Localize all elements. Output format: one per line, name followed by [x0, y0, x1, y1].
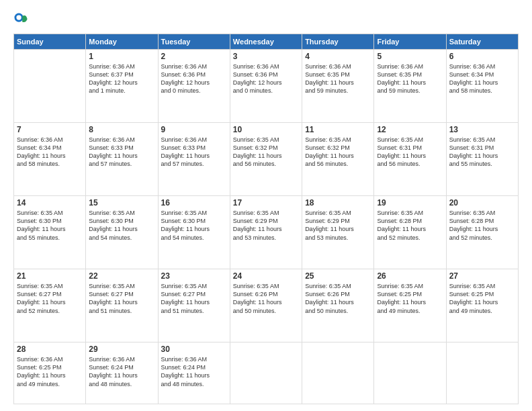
day-info: Sunrise: 6:35 AM Sunset: 6:27 PM Dayligh…	[17, 282, 83, 315]
day-cell	[302, 342, 374, 404]
day-cell: 18Sunrise: 6:35 AM Sunset: 6:29 PM Dayli…	[302, 196, 374, 269]
header-wednesday: Wednesday	[230, 34, 302, 50]
day-cell: 12Sunrise: 6:35 AM Sunset: 6:31 PM Dayli…	[374, 123, 446, 196]
day-info: Sunrise: 6:35 AM Sunset: 6:32 PM Dayligh…	[305, 136, 371, 169]
header-thursday: Thursday	[302, 34, 374, 50]
day-info: Sunrise: 6:36 AM Sunset: 6:35 PM Dayligh…	[377, 62, 443, 95]
day-cell: 15Sunrise: 6:35 AM Sunset: 6:30 PM Dayli…	[86, 196, 158, 269]
day-cell: 9Sunrise: 6:36 AM Sunset: 6:33 PM Daylig…	[158, 123, 230, 196]
day-number: 9	[161, 125, 227, 134]
day-info: Sunrise: 6:35 AM Sunset: 6:30 PM Dayligh…	[161, 209, 227, 242]
day-info: Sunrise: 6:36 AM Sunset: 6:33 PM Dayligh…	[89, 136, 154, 169]
header-row: SundayMondayTuesdayWednesdayThursdayFrid…	[14, 34, 519, 50]
day-cell: 29Sunrise: 6:36 AM Sunset: 6:24 PM Dayli…	[86, 342, 158, 404]
day-info: Sunrise: 6:35 AM Sunset: 6:29 PM Dayligh…	[233, 209, 299, 242]
day-info: Sunrise: 6:35 AM Sunset: 6:32 PM Dayligh…	[233, 136, 299, 169]
day-info: Sunrise: 6:36 AM Sunset: 6:24 PM Dayligh…	[89, 355, 154, 388]
day-number: 19	[377, 198, 443, 208]
day-info: Sunrise: 6:35 AM Sunset: 6:30 PM Dayligh…	[17, 209, 83, 242]
day-cell: 23Sunrise: 6:35 AM Sunset: 6:27 PM Dayli…	[158, 269, 230, 342]
day-cell	[374, 342, 446, 404]
day-info: Sunrise: 6:36 AM Sunset: 6:36 PM Dayligh…	[161, 62, 227, 95]
day-cell: 20Sunrise: 6:35 AM Sunset: 6:28 PM Dayli…	[446, 196, 518, 269]
logo-icon	[13, 12, 28, 27]
day-number: 29	[89, 345, 154, 354]
day-info: Sunrise: 6:35 AM Sunset: 6:31 PM Dayligh…	[449, 136, 515, 169]
day-cell: 7Sunrise: 6:36 AM Sunset: 6:34 PM Daylig…	[14, 123, 86, 196]
header-tuesday: Tuesday	[158, 34, 230, 50]
day-number: 27	[449, 271, 515, 281]
day-number: 14	[17, 198, 83, 208]
day-number: 17	[233, 198, 299, 208]
day-info: Sunrise: 6:35 AM Sunset: 6:30 PM Dayligh…	[89, 209, 154, 242]
day-cell: 4Sunrise: 6:36 AM Sunset: 6:35 PM Daylig…	[302, 50, 374, 123]
day-cell: 2Sunrise: 6:36 AM Sunset: 6:36 PM Daylig…	[158, 50, 230, 123]
day-info: Sunrise: 6:36 AM Sunset: 6:34 PM Dayligh…	[449, 62, 515, 95]
header-friday: Friday	[374, 34, 446, 50]
day-number: 8	[89, 125, 154, 134]
week-row-0: 1Sunrise: 6:36 AM Sunset: 6:37 PM Daylig…	[14, 50, 519, 123]
day-cell: 30Sunrise: 6:36 AM Sunset: 6:24 PM Dayli…	[158, 342, 230, 404]
day-number: 5	[377, 52, 443, 61]
day-info: Sunrise: 6:35 AM Sunset: 6:28 PM Dayligh…	[377, 209, 443, 242]
day-number: 22	[89, 271, 154, 281]
day-number: 16	[161, 198, 227, 208]
day-cell: 19Sunrise: 6:35 AM Sunset: 6:28 PM Dayli…	[374, 196, 446, 269]
day-cell: 10Sunrise: 6:35 AM Sunset: 6:32 PM Dayli…	[230, 123, 302, 196]
day-cell: 22Sunrise: 6:35 AM Sunset: 6:27 PM Dayli…	[86, 269, 158, 342]
day-number: 2	[161, 52, 227, 61]
day-cell: 6Sunrise: 6:36 AM Sunset: 6:34 PM Daylig…	[446, 50, 518, 123]
day-cell: 5Sunrise: 6:36 AM Sunset: 6:35 PM Daylig…	[374, 50, 446, 123]
day-info: Sunrise: 6:35 AM Sunset: 6:27 PM Dayligh…	[161, 282, 227, 315]
day-info: Sunrise: 6:35 AM Sunset: 6:27 PM Dayligh…	[89, 282, 154, 315]
day-cell: 28Sunrise: 6:36 AM Sunset: 6:25 PM Dayli…	[14, 342, 86, 404]
day-cell: 21Sunrise: 6:35 AM Sunset: 6:27 PM Dayli…	[14, 269, 86, 342]
day-number: 26	[377, 271, 443, 281]
day-number: 10	[233, 125, 299, 134]
day-cell	[230, 342, 302, 404]
day-info: Sunrise: 6:35 AM Sunset: 6:28 PM Dayligh…	[449, 209, 515, 242]
day-info: Sunrise: 6:36 AM Sunset: 6:25 PM Dayligh…	[17, 355, 83, 388]
day-info: Sunrise: 6:35 AM Sunset: 6:26 PM Dayligh…	[233, 282, 299, 315]
day-cell: 17Sunrise: 6:35 AM Sunset: 6:29 PM Dayli…	[230, 196, 302, 269]
day-cell: 13Sunrise: 6:35 AM Sunset: 6:31 PM Dayli…	[446, 123, 518, 196]
day-info: Sunrise: 6:36 AM Sunset: 6:35 PM Dayligh…	[305, 62, 371, 95]
day-number: 13	[449, 125, 515, 134]
svg-point-1	[16, 15, 21, 19]
header-saturday: Saturday	[446, 34, 518, 50]
day-number: 20	[449, 198, 515, 208]
day-number: 11	[305, 125, 371, 134]
day-number: 18	[305, 198, 371, 208]
day-number: 7	[17, 125, 83, 134]
header-monday: Monday	[86, 34, 158, 50]
header-sunday: Sunday	[14, 34, 86, 50]
day-cell: 3Sunrise: 6:36 AM Sunset: 6:36 PM Daylig…	[230, 50, 302, 123]
day-number: 23	[161, 271, 227, 281]
day-cell: 1Sunrise: 6:36 AM Sunset: 6:37 PM Daylig…	[86, 50, 158, 123]
day-number: 15	[89, 198, 154, 208]
day-cell: 26Sunrise: 6:35 AM Sunset: 6:25 PM Dayli…	[374, 269, 446, 342]
day-cell: 11Sunrise: 6:35 AM Sunset: 6:32 PM Dayli…	[302, 123, 374, 196]
day-info: Sunrise: 6:36 AM Sunset: 6:37 PM Dayligh…	[89, 62, 154, 95]
day-cell: 27Sunrise: 6:35 AM Sunset: 6:25 PM Dayli…	[446, 269, 518, 342]
day-info: Sunrise: 6:36 AM Sunset: 6:33 PM Dayligh…	[161, 136, 227, 169]
day-cell: 25Sunrise: 6:35 AM Sunset: 6:26 PM Dayli…	[302, 269, 374, 342]
day-number: 4	[305, 52, 371, 61]
day-cell: 24Sunrise: 6:35 AM Sunset: 6:26 PM Dayli…	[230, 269, 302, 342]
day-number: 6	[449, 52, 515, 61]
calendar: SundayMondayTuesdayWednesdayThursdayFrid…	[13, 34, 519, 404]
day-number: 1	[89, 52, 154, 61]
day-cell	[14, 50, 86, 123]
day-number: 30	[161, 345, 227, 354]
day-info: Sunrise: 6:35 AM Sunset: 6:29 PM Dayligh…	[305, 209, 371, 242]
day-info: Sunrise: 6:35 AM Sunset: 6:25 PM Dayligh…	[377, 282, 443, 315]
day-number: 3	[233, 52, 299, 61]
week-row-4: 28Sunrise: 6:36 AM Sunset: 6:25 PM Dayli…	[14, 342, 519, 404]
week-row-2: 14Sunrise: 6:35 AM Sunset: 6:30 PM Dayli…	[14, 196, 519, 269]
day-number: 12	[377, 125, 443, 134]
header	[13, 12, 519, 27]
day-cell: 16Sunrise: 6:35 AM Sunset: 6:30 PM Dayli…	[158, 196, 230, 269]
day-cell	[446, 342, 518, 404]
day-number: 24	[233, 271, 299, 281]
day-number: 25	[305, 271, 371, 281]
